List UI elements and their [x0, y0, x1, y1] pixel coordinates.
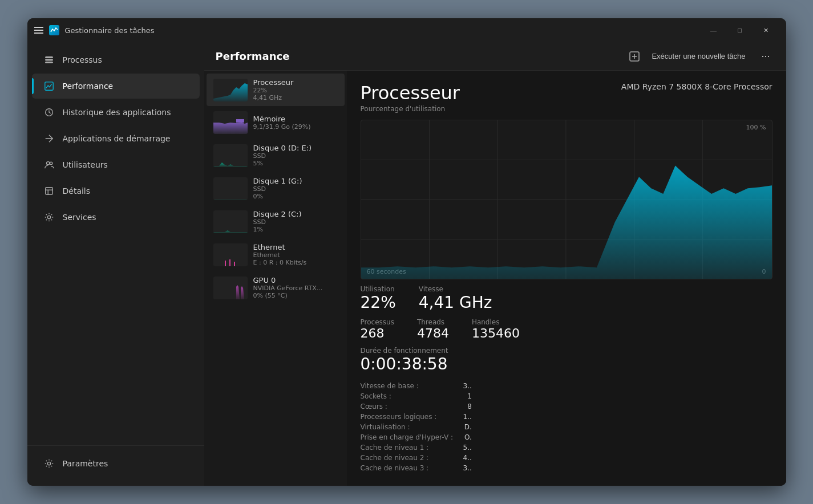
title-bar-left: Gestionnaire des tâches — [34, 25, 701, 35]
gpu0-val: 0% (55 °C) — [253, 292, 338, 299]
svg-point-11 — [47, 462, 50, 465]
history-icon — [43, 107, 55, 118]
cpu-name: Processeur — [253, 78, 338, 87]
processus-value: 268 — [361, 326, 394, 341]
sidebar: Processus Performance — [27, 42, 204, 486]
device-item-ethernet[interactable]: Ethernet Ethernet E : 0 R : 0 Kbits/s — [207, 238, 345, 271]
minimize-button[interactable]: — — [701, 21, 727, 39]
memory-info: Mémoire 9,1/31,9 Go (29%) — [253, 115, 338, 131]
sidebar-item-details[interactable]: Détails — [32, 178, 200, 204]
svg-rect-2 — [45, 62, 52, 63]
device-item-disk0[interactable]: Disque 0 (D: E:) SSD 5% — [207, 139, 345, 172]
device-list: Processeur 22% 4,41 GHz — [204, 71, 347, 486]
detail-subtitle: Pourcentage d'utilisation — [361, 105, 460, 113]
disk0-thumb — [213, 144, 248, 167]
processus-label: Processus — [361, 318, 394, 326]
startup-icon — [43, 133, 55, 144]
disk2-thumb — [213, 210, 248, 233]
title-bar: Gestionnaire des tâches — □ ✕ — [27, 18, 786, 42]
detail-header-left: Processeur Pourcentage d'utilisation — [361, 82, 460, 113]
app-icon — [49, 25, 59, 35]
sidebar-spacer — [27, 230, 204, 445]
disk1-info: Disque 1 (G:) SSD 0% — [253, 177, 338, 200]
sidebar-item-parametres[interactable]: Paramètres — [32, 451, 200, 476]
duree-label: Durée de fonctionnement — [361, 347, 772, 355]
chart-icon — [43, 80, 55, 92]
main-window: Gestionnaire des tâches — □ ✕ Processus — [27, 18, 786, 486]
cpu-info: Processeur 22% 4,41 GHz — [253, 78, 338, 101]
memory-val1: 9,1/31,9 Go (29%) — [253, 123, 338, 131]
disk1-val: 0% — [253, 193, 338, 200]
new-task-button[interactable]: Exécuter une nouvelle tâche — [647, 50, 750, 63]
cpu-val2: 4,41 GHz — [253, 94, 338, 101]
threads-value: 4784 — [417, 326, 449, 341]
sidebar-label-details: Détails — [63, 186, 91, 196]
disk0-info: Disque 0 (D: E:) SSD 5% — [253, 144, 338, 167]
svg-marker-21 — [225, 261, 226, 266]
sidebar-item-performance[interactable]: Performance — [32, 74, 200, 99]
vitesse-base-label: Vitesse de base : — [361, 382, 419, 390]
cache-l1-value: 5.. — [463, 444, 472, 452]
svg-marker-15 — [213, 83, 248, 101]
device-item-memory[interactable]: Mémoire 9,1/31,9 Go (29%) — [207, 107, 345, 139]
sidebar-bottom: Paramètres — [27, 445, 204, 481]
hyper-v-label: Prise en charge d'Hyper-V : — [361, 433, 454, 441]
sockets-label: Sockets : — [361, 392, 391, 400]
disk0-name: Disque 0 (D: E:) — [253, 144, 338, 152]
info-cache-l1: Cache de niveau 1 : 5.. — [361, 444, 472, 452]
sidebar-item-demarrage[interactable]: Applications de démarrage — [32, 126, 200, 151]
svg-marker-24 — [236, 285, 240, 299]
ethernet-val: E : 0 R : 0 Kbits/s — [253, 259, 338, 266]
detail-panel: Processeur Pourcentage d'utilisation AMD… — [347, 71, 786, 486]
stat-duree-block: Durée de fonctionnement 0:00:38:58 — [361, 347, 772, 374]
stat-utilisation: Utilisation 22% — [361, 285, 396, 312]
disk1-sub: SSD — [253, 185, 338, 193]
more-button[interactable]: ··· — [757, 48, 774, 64]
stats-row-2: Processus 268 Threads 4784 Handles 13546… — [361, 318, 772, 341]
device-item-disk1[interactable]: Disque 1 (G:) SSD 0% — [207, 172, 345, 205]
vitesse-value: 4,41 GHz — [419, 293, 492, 312]
disk1-name: Disque 1 (G:) — [253, 177, 338, 185]
cache-l3-label: Cache de niveau 3 : — [361, 464, 429, 472]
sockets-value: 1 — [467, 392, 472, 400]
vitesse-base-value: 3.. — [463, 382, 472, 390]
sidebar-item-utilisateurs[interactable]: Utilisateurs — [32, 152, 200, 177]
device-item-cpu[interactable]: Processeur 22% 4,41 GHz — [207, 74, 345, 106]
proc-logiques-value: 1.. — [463, 413, 472, 421]
list-icon — [43, 54, 55, 66]
sidebar-label-services: Services — [63, 213, 96, 222]
svg-marker-23 — [234, 262, 235, 266]
cpu-chart-svg — [361, 120, 772, 279]
utilisation-label: Utilisation — [361, 285, 396, 293]
right-header-actions: Exécuter une nouvelle tâche ··· — [629, 48, 774, 64]
device-item-disk2[interactable]: Disque 2 (C:) SSD 1% — [207, 205, 345, 238]
sidebar-item-processus[interactable]: Processus — [32, 47, 200, 72]
svg-point-6 — [50, 162, 52, 165]
stat-vitesse: Vitesse 4,41 GHz — [419, 285, 492, 312]
cache-l2-value: 4.. — [463, 454, 472, 462]
svg-point-5 — [46, 162, 49, 165]
handles-label: Handles — [472, 318, 520, 326]
detail-section-header: Processeur Pourcentage d'utilisation AMD… — [361, 82, 772, 113]
svg-marker-25 — [241, 286, 244, 299]
gpu0-info: GPU 0 NVIDIA GeForce RTX... 0% (55 °C) — [253, 276, 338, 299]
sidebar-label-performance: Performance — [63, 82, 114, 91]
svg-rect-1 — [45, 59, 52, 60]
svg-marker-16 — [213, 123, 248, 134]
sidebar-item-historique[interactable]: Historique des applications — [32, 100, 200, 125]
hamburger-icon[interactable] — [34, 27, 43, 34]
info-col-1: Vitesse de base : 3.. Sockets : 1 Cœurs … — [361, 382, 472, 472]
ethernet-name: Ethernet — [253, 243, 338, 251]
maximize-button[interactable]: □ — [727, 21, 753, 39]
cpu-val1: 22% — [253, 87, 338, 94]
detail-title: Processeur — [361, 82, 460, 104]
duree-value: 0:00:38:58 — [361, 355, 772, 374]
right-panel: Performance Exécuter une nouvelle tâche … — [204, 42, 786, 486]
sidebar-item-services[interactable]: Services — [32, 205, 200, 230]
gpu0-sub: NVIDIA GeForce RTX... — [253, 284, 338, 292]
device-item-gpu0[interactable]: GPU 0 NVIDIA GeForce RTX... 0% (55 °C) — [207, 271, 345, 304]
close-button[interactable]: ✕ — [753, 21, 779, 39]
svg-marker-34 — [361, 165, 772, 279]
sidebar-label-parametres: Paramètres — [63, 459, 108, 468]
cpu-thumb — [213, 79, 248, 101]
